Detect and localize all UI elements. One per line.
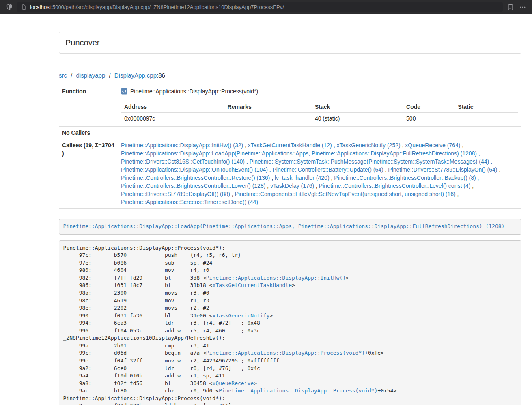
no-callers-row: No Callers — [59, 127, 521, 139]
breadcrumb-link-src[interactable]: src — [59, 72, 67, 79]
callees-label: Callees (19, Σ=3704 ) — [59, 139, 118, 209]
callee-link[interactable]: Pinetime::System::SystemTask::PushMessag… — [250, 158, 489, 165]
breadcrumb-link-displayapp[interactable]: displayapp — [76, 72, 106, 79]
breadcrumb-separator: / — [109, 72, 110, 79]
callee-link[interactable]: Pinetime::Components::LittleVgl::SetNewT… — [235, 191, 456, 197]
callee-link[interactable]: Pinetime::Drivers::St7789::DisplayOff() … — [121, 191, 230, 197]
static-value — [454, 113, 518, 125]
column-header-remarks: Remarks — [224, 101, 312, 113]
url-bar[interactable]: localhost:5000/path/src/displayapp/Displ… — [17, 2, 503, 12]
disassembly-symbol-link[interactable]: Pinetime::Applications::DisplayApp::Init… — [206, 275, 346, 281]
page-title: Puncover — [65, 38, 515, 47]
disassembly-symbol-link[interactable]: xTaskGenericNotify — [212, 312, 269, 319]
callee-link[interactable]: Pinetime::Applications::DisplayApp::OnTo… — [121, 166, 268, 173]
function-icon — [121, 88, 127, 97]
callee-link[interactable]: Pinetime::Controllers::BrightnessControl… — [121, 174, 270, 181]
url-host: localhost — [30, 4, 51, 10]
column-header-static: Static — [454, 101, 518, 113]
disassembly-symbol-link[interactable]: xQueueReceive — [212, 380, 254, 386]
callee-link[interactable]: Pinetime::Drivers::Cst816S::GetTouchInfo… — [121, 158, 245, 165]
no-callers-cell — [118, 127, 521, 139]
disassembly-symbol-link[interactable]: xTaskGetCurrentTaskHandle — [212, 282, 292, 288]
stats-row: Address Remarks Stack Code Static 0x0000… — [59, 99, 521, 127]
url-path: :5000/path/src/displayapp/DisplayApp.cpp… — [51, 4, 284, 10]
code-value: 500 — [403, 113, 454, 125]
stats-header-row: Address Remarks Stack Code Static — [121, 101, 518, 113]
column-header-code: Code — [403, 101, 454, 113]
highlighted-symbol-link[interactable]: Pinetime::Applications::DisplayApp::Load… — [63, 223, 505, 229]
callee-link[interactable]: Pinetime::Controllers::BrightnessControl… — [319, 183, 470, 189]
menu-icon[interactable] — [518, 2, 527, 12]
callee-link[interactable]: Pinetime::Controllers::BrightnessControl… — [121, 183, 265, 189]
callee-link[interactable]: Pinetime::Controllers::BrightnessControl… — [334, 174, 476, 181]
stack-value: 40 (static) — [312, 113, 403, 125]
function-label: Function — [59, 85, 118, 99]
callee-link[interactable]: Pinetime::Drivers::St7789::DisplayOn() (… — [388, 166, 497, 173]
callee-link[interactable]: lv_task_handler (420) — [275, 174, 330, 181]
disassembly-symbol-link[interactable]: Pinetime::Applications::DisplayApp::Proc… — [219, 388, 377, 394]
breadcrumb-separator: / — [71, 72, 72, 79]
disassembly: Pinetime::Applications::DisplayApp::Proc… — [59, 240, 521, 405]
shield-icon[interactable] — [5, 2, 14, 12]
function-name: Pinetime::Applications::DisplayApp::Proc… — [130, 88, 258, 95]
address-value: 0x0000097c — [121, 113, 224, 125]
no-callers-label: No Callers — [59, 127, 118, 139]
disassembly-code: Pinetime::Applications::DisplayApp::Proc… — [63, 245, 397, 405]
reader-view-icon[interactable] — [506, 2, 515, 12]
app-header-panel: Puncover — [59, 32, 521, 54]
callees-row: Callees (19, Σ=3704 ) Pinetime::Applicat… — [59, 139, 521, 209]
function-row: Function Pinetime::Applications::Display… — [59, 85, 521, 99]
stats-table: Address Remarks Stack Code Static 0x0000… — [121, 101, 518, 124]
callee-link[interactable]: Pinetime::Applications::DisplayApp::Init… — [121, 142, 243, 149]
page-content: Puncover src / displayapp / DisplayApp.c… — [59, 32, 521, 405]
callee-link[interactable]: Pinetime::Controllers::Battery::Update()… — [273, 166, 383, 173]
callee-link[interactable]: xTaskGetCurrentTaskHandle (12) — [248, 142, 332, 149]
breadcrumb: src / displayapp / DisplayApp.cpp:86 — [59, 71, 521, 80]
stats-row-spacer — [59, 99, 118, 127]
remarks-value — [224, 113, 312, 125]
breadcrumb-link-file[interactable]: DisplayApp.cpp — [114, 72, 157, 79]
function-cell: Pinetime::Applications::DisplayApp::Proc… — [118, 85, 521, 99]
symbol-table: Function Pinetime::Applications::Display… — [59, 85, 521, 209]
stats-value-row: 0x0000097c 40 (static) 500 — [121, 113, 518, 125]
column-header-address: Address — [121, 101, 224, 113]
page-icon — [21, 4, 27, 11]
column-header-stack: Stack — [312, 101, 403, 113]
callee-link[interactable]: Pinetime::Applications::DisplayApp::Load… — [121, 150, 477, 157]
callees-cell: Pinetime::Applications::DisplayApp::Init… — [118, 139, 521, 209]
callee-link[interactable]: xTaskGenericNotify (252) — [336, 142, 400, 149]
callee-link[interactable]: xQueueReceive (764) — [405, 142, 460, 149]
callee-link[interactable]: vTaskDelay (176) — [270, 183, 314, 189]
breadcrumb-line-number: :86 — [157, 72, 165, 79]
disassembly-symbol-link[interactable]: Pinetime::Applications::DisplayApp::Proc… — [206, 350, 365, 356]
divider — [59, 66, 521, 66]
browser-chrome: localhost:5000/path/src/displayapp/Displ… — [0, 0, 532, 14]
callee-link[interactable]: Pinetime::Applications::Screens::Timer::… — [121, 199, 258, 205]
url-text: localhost:5000/path/src/displayapp/Displ… — [30, 4, 284, 10]
highlighted-symbol-box: Pinetime::Applications::DisplayApp::Load… — [59, 219, 521, 235]
